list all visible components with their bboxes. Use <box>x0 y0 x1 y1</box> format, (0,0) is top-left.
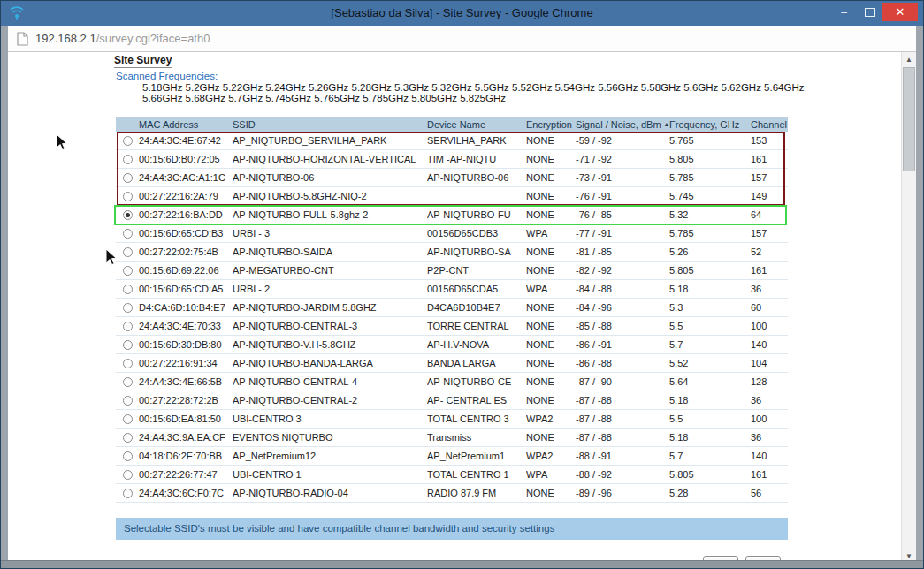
cell-ssid: UBI-CENTRO 1 <box>233 469 427 480</box>
row-radio-button[interactable] <box>123 433 133 443</box>
row-radio-button[interactable] <box>123 451 133 461</box>
cell-encryption: NONE <box>526 339 576 350</box>
row-radio-button[interactable] <box>123 192 133 201</box>
row-radio-button[interactable] <box>123 229 133 239</box>
cell-signal-noise: -84 / -96 <box>576 302 669 313</box>
row-radio-button[interactable] <box>123 284 133 294</box>
cell-channel: 104 <box>751 358 788 368</box>
table-row: 00:15:6D:69:22:06 AP-MEGATURBO-CNT P2P-C… <box>116 262 788 280</box>
row-radio-button[interactable] <box>123 136 133 146</box>
table-row: 24:A4:3C:4E:66:5B AP-NIQTURBO-CENTRAL-4 … <box>116 373 788 391</box>
row-radio-button[interactable] <box>123 414 133 424</box>
row-radio-button[interactable] <box>123 359 133 368</box>
table-row: 24:A4:3C:9A:EA:CF EVENTOS NIQTURBO Trans… <box>116 429 788 447</box>
cell-device-name: AP_NetPremium1 <box>427 451 526 461</box>
cell-signal-noise: -87 / -88 <box>576 395 669 406</box>
table-row: 00:15:6D:EA:81:50 UBI-CENTRO 3 TOTAL CEN… <box>116 410 788 429</box>
cell-ssid: AP-NIQTURBO-BANDA-LARGA <box>233 358 427 368</box>
address-bar[interactable]: 192.168.2.1/survey.cgi?iface=ath0 <box>8 26 916 52</box>
column-header-1[interactable]: SSID <box>233 119 427 130</box>
column-header-2[interactable]: Device Name <box>427 119 526 130</box>
cell-device-name: AP- CENTRAL ES <box>427 395 526 406</box>
row-radio-button[interactable] <box>123 173 133 183</box>
cell-frequency: 5.785 <box>669 172 751 183</box>
table-row: 24:A4:3C:AC:A1:1C AP-NIQTURBO-06 AP-NIQT… <box>116 169 788 187</box>
cell-ssid: AP-NIQTURBO-CENTRAL-2 <box>233 395 427 406</box>
cell-mac: 00:15:6D:65:CD:B3 <box>139 228 233 239</box>
cell-device-name: AP-H.V-NOVA <box>427 339 526 350</box>
table-body: 24:A4:3C:4E:67:42 AP_NIQTURBO_SERVILHA_P… <box>116 132 788 503</box>
row-radio-button[interactable] <box>123 303 133 313</box>
table-row: 00:27:22:16:91:34 AP-NIQTURBO-BANDA-LARG… <box>116 354 788 373</box>
cell-channel: 140 <box>751 451 788 461</box>
minimize-button[interactable]: – <box>831 3 857 21</box>
page-title: Site Survey <box>114 54 172 68</box>
cell-ssid: AP-NIQTURBO-RADIO-04 <box>233 488 427 498</box>
cell-channel: 64 <box>751 209 788 220</box>
cell-signal-noise: -76 / -85 <box>576 209 669 220</box>
cell-signal-noise: -88 / -92 <box>576 469 669 480</box>
page-content: Site Survey Scanned Frequencies: 5.18GHz… <box>8 52 903 563</box>
cell-channel: 157 <box>751 172 788 183</box>
cell-frequency: 5.52 <box>669 358 751 368</box>
column-header-0[interactable]: MAC Address <box>139 119 233 130</box>
row-radio-button[interactable] <box>123 210 133 220</box>
cell-device-name: TOTAL CENTRO 1 <box>427 469 526 480</box>
mouse-cursor-icon <box>56 133 68 151</box>
close-button[interactable]: ✕ <box>882 3 918 21</box>
cell-mac: 00:15:6D:EA:81:50 <box>139 413 233 424</box>
cell-encryption: NONE <box>526 209 576 220</box>
cell-mac: 00:15:6D:30:DB:80 <box>139 339 233 350</box>
cell-encryption: NONE <box>526 358 576 368</box>
column-header-6[interactable]: Channel <box>751 119 788 130</box>
cell-device-name: AP-NIQTURBO-SA <box>427 247 526 257</box>
scrollbar-thumb[interactable] <box>903 67 915 171</box>
row-radio-button[interactable] <box>123 155 133 164</box>
table-row: 00:27:22:28:72:2B AP-NIQTURBO-CENTRAL-2 … <box>116 391 788 410</box>
cell-ssid: URBI - 2 <box>233 284 427 294</box>
row-radio-button[interactable] <box>123 489 133 498</box>
cell-mac: 00:27:22:02:75:4B <box>139 247 233 257</box>
column-header-4[interactable]: Signal / Noise, dBm▲ <box>576 119 669 130</box>
cell-signal-noise: -85 / -88 <box>576 321 669 331</box>
cell-encryption: NONE <box>526 191 576 201</box>
cell-channel: 140 <box>751 339 788 350</box>
row-radio-button[interactable] <box>123 247 133 257</box>
cell-frequency: 5.7 <box>669 339 751 350</box>
maximize-button[interactable] <box>857 3 882 21</box>
table-header-row: MAC AddressSSIDDevice NameEncryptionSign… <box>116 117 788 132</box>
table-row: 24:A4:3C:4E:70:33 AP-NIQTURBO-CENTRAL-3 … <box>116 317 788 336</box>
cell-ssid: AP-NIQTURBO-HORIZONTAL-VERTICAL <box>233 154 427 164</box>
cell-frequency: 5.5 <box>669 321 751 331</box>
cell-encryption: NONE <box>526 432 576 443</box>
url-text[interactable]: 192.168.2.1/survey.cgi?iface=ath0 <box>35 32 210 45</box>
row-radio-button[interactable] <box>123 266 133 276</box>
row-radio-button[interactable] <box>123 377 133 387</box>
cell-signal-noise: -82 / -92 <box>576 265 669 276</box>
cell-channel: 36 <box>751 432 788 443</box>
cell-frequency: 5.745 <box>669 191 751 201</box>
cell-channel: 36 <box>751 284 788 294</box>
cell-mac: 24:A4:3C:9A:EA:CF <box>139 432 233 443</box>
cell-channel: 100 <box>751 413 788 424</box>
cell-frequency: 5.5 <box>669 413 751 424</box>
cell-frequency: 5.785 <box>669 228 751 239</box>
row-radio-button[interactable] <box>123 470 133 480</box>
cell-ssid: AP-NIQTURBO-CENTRAL-3 <box>233 321 427 331</box>
cell-signal-noise: -88 / -91 <box>576 451 669 461</box>
cell-ssid: URBI - 3 <box>233 228 427 239</box>
cell-signal-noise: -81 / -85 <box>576 247 669 257</box>
row-radio-button[interactable] <box>123 396 133 406</box>
cell-mac: 24:A4:3C:AC:A1:1C <box>139 172 233 183</box>
column-header-5[interactable]: Frequency, GHz <box>669 119 751 130</box>
row-radio-button[interactable] <box>123 340 133 350</box>
cell-device-name: Transmiss <box>427 432 526 443</box>
cell-mac: 00:15:6D:B0:72:05 <box>139 154 233 164</box>
scroll-up-icon[interactable]: ▲ <box>902 52 916 66</box>
column-header-3[interactable]: Encryption <box>526 119 576 130</box>
table-row: 24:A4:3C:6C:F0:7C AP-NIQTURBO-RADIO-04 R… <box>116 484 788 503</box>
cell-signal-noise: -86 / -91 <box>576 339 669 350</box>
cell-ssid: AP-NIQTURBO-FULL-5.8ghz-2 <box>233 209 427 220</box>
row-radio-button[interactable] <box>123 322 133 331</box>
vertical-scrollbar[interactable]: ▲ ▼ <box>901 52 916 563</box>
